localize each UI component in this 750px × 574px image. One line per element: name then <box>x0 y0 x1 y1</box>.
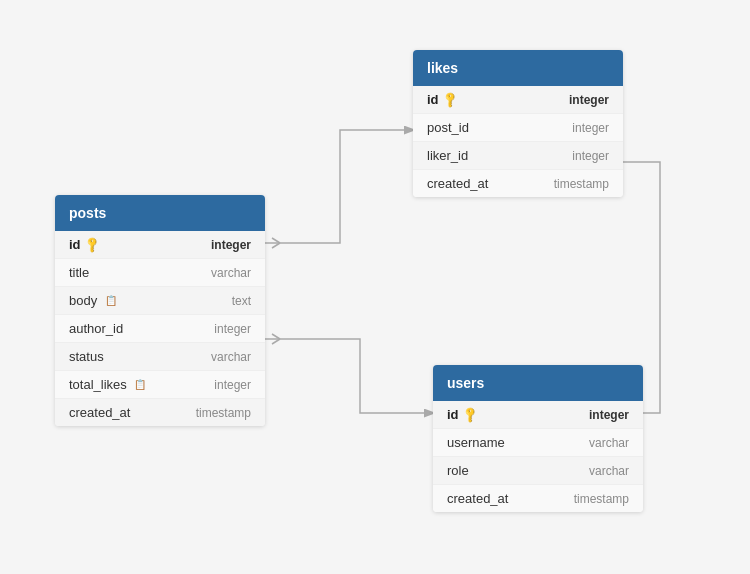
table-row: created_at timestamp <box>413 170 623 197</box>
table-row: status varchar <box>55 343 265 371</box>
col-type: integer <box>572 121 609 135</box>
table-row: id 🔑 integer <box>55 231 265 259</box>
table-row: liker_id integer <box>413 142 623 170</box>
key-icon: 🔑 <box>460 405 479 424</box>
table-row: role varchar <box>433 457 643 485</box>
table-row: created_at timestamp <box>433 485 643 512</box>
col-name: liker_id <box>427 148 468 163</box>
table-likes-title: likes <box>427 60 458 76</box>
table-posts-header: posts <box>55 195 265 231</box>
table-row: author_id integer <box>55 315 265 343</box>
table-row: username varchar <box>433 429 643 457</box>
col-type: integer <box>211 238 251 252</box>
memo-icon: 📋 <box>134 379 146 390</box>
col-type: timestamp <box>574 492 629 506</box>
col-name: total_likes 📋 <box>69 377 146 392</box>
col-name: role <box>447 463 469 478</box>
table-likes: likes id 🔑 integer post_id integer liker… <box>413 50 623 197</box>
table-row: post_id integer <box>413 114 623 142</box>
col-type: integer <box>572 149 609 163</box>
col-type: integer <box>214 322 251 336</box>
col-name: created_at <box>447 491 508 506</box>
col-type: varchar <box>211 266 251 280</box>
table-users-header: users <box>433 365 643 401</box>
col-name: id 🔑 <box>447 407 477 422</box>
table-likes-header: likes <box>413 50 623 86</box>
col-name: id 🔑 <box>69 237 99 252</box>
col-name: title <box>69 265 89 280</box>
col-type: integer <box>569 93 609 107</box>
table-row: total_likes 📋 integer <box>55 371 265 399</box>
col-name: author_id <box>69 321 123 336</box>
table-row: created_at timestamp <box>55 399 265 426</box>
col-name: created_at <box>427 176 488 191</box>
key-icon: 🔑 <box>82 235 101 254</box>
table-posts: posts id 🔑 integer title varchar body 📋 … <box>55 195 265 426</box>
key-icon: 🔑 <box>440 90 459 109</box>
col-type: integer <box>589 408 629 422</box>
col-type: text <box>232 294 251 308</box>
col-name: created_at <box>69 405 130 420</box>
col-type: timestamp <box>554 177 609 191</box>
table-row: id 🔑 integer <box>413 86 623 114</box>
col-name: username <box>447 435 505 450</box>
col-type: timestamp <box>196 406 251 420</box>
table-users: users id 🔑 integer username varchar role… <box>433 365 643 512</box>
table-users-title: users <box>447 375 484 391</box>
col-type: varchar <box>589 436 629 450</box>
diagram-canvas: posts id 🔑 integer title varchar body 📋 … <box>0 0 750 574</box>
table-row: title varchar <box>55 259 265 287</box>
col-name: status <box>69 349 104 364</box>
col-type: varchar <box>211 350 251 364</box>
col-type: varchar <box>589 464 629 478</box>
memo-icon: 📋 <box>105 295 117 306</box>
table-posts-title: posts <box>69 205 106 221</box>
col-type: integer <box>214 378 251 392</box>
col-name: post_id <box>427 120 469 135</box>
table-row: id 🔑 integer <box>433 401 643 429</box>
table-row: body 📋 text <box>55 287 265 315</box>
col-name: body 📋 <box>69 293 117 308</box>
col-name: id 🔑 <box>427 92 457 107</box>
